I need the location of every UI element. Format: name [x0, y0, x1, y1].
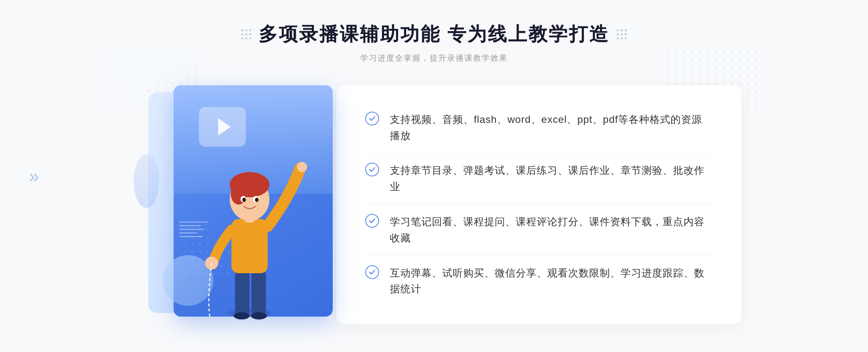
feature-item-2: 支持章节目录、弹题考试、课后练习、课后作业、章节测验、批改作业 — [365, 155, 712, 202]
check-circle-3 — [365, 214, 379, 228]
feature-item-1: 支持视频、音频、flash、word、excel、ppt、pdf等各种格式的资源… — [365, 104, 712, 151]
page-title: 多项录播课辅助功能 专为线上教学打造 — [259, 22, 609, 47]
title-dots-right — [617, 29, 627, 39]
feature-text-1: 支持视频、音频、flash、word、excel、ppt、pdf等各种格式的资源… — [390, 112, 712, 144]
svg-point-13 — [255, 198, 259, 202]
check-circle-1 — [365, 112, 379, 125]
play-triangle-icon — [218, 118, 231, 136]
check-circle-4 — [365, 265, 379, 279]
feature-item-3: 学习笔记回看、课程提问、课程评论打分、课件资料下载，重点内容收藏 — [365, 207, 712, 254]
svg-point-3 — [234, 312, 250, 319]
feature-text-3: 学习笔记回看、课程提问、课程评论打分、课件资料下载，重点内容收藏 — [390, 214, 712, 246]
check-icon-3 — [368, 217, 376, 225]
title-dots-left — [241, 29, 251, 39]
svg-point-4 — [251, 312, 267, 319]
title-row: 多项录播课辅助功能 专为线上教学打造 — [241, 22, 627, 47]
page-container: (function(){ const container = document.… — [0, 0, 868, 352]
features-panel: 支持视频、音频、flash、word、excel、ppt、pdf等各种格式的资源… — [336, 85, 741, 324]
feature-item-4: 互动弹幕、试听购买、微信分享、观看次数限制、学习进度跟踪、数据统计 — [365, 258, 712, 305]
check-circle-2 — [365, 163, 379, 176]
illustration-container — [127, 82, 344, 327]
check-icon-2 — [368, 166, 376, 173]
header-section: 多项录播课辅助功能 专为线上教学打造 — [241, 22, 627, 64]
page-subtitle: 学习进度全掌握，提升录播课教学效果 — [241, 53, 627, 64]
oval-deco-left — [134, 154, 159, 208]
person-svg — [188, 139, 311, 327]
svg-rect-2 — [251, 270, 266, 317]
svg-point-12 — [242, 198, 246, 202]
left-chevron-icon: » — [29, 166, 36, 186]
content-area: 支持视频、音频、flash、word、excel、ppt、pdf等各种格式的资源… — [127, 82, 741, 327]
divider-2 — [365, 204, 712, 205]
svg-rect-1 — [235, 270, 250, 317]
divider-3 — [365, 256, 712, 256]
svg-point-14 — [297, 162, 307, 172]
feature-text-4: 互动弹幕、试听购买、微信分享、观看次数限制、学习进度跟踪、数据统计 — [390, 265, 712, 298]
feature-text-2: 支持章节目录、弹题考试、课后练习、课后作业、章节测验、批改作业 — [390, 163, 712, 195]
check-icon-4 — [368, 268, 376, 276]
check-icon-1 — [368, 115, 376, 123]
divider-1 — [365, 153, 712, 154]
